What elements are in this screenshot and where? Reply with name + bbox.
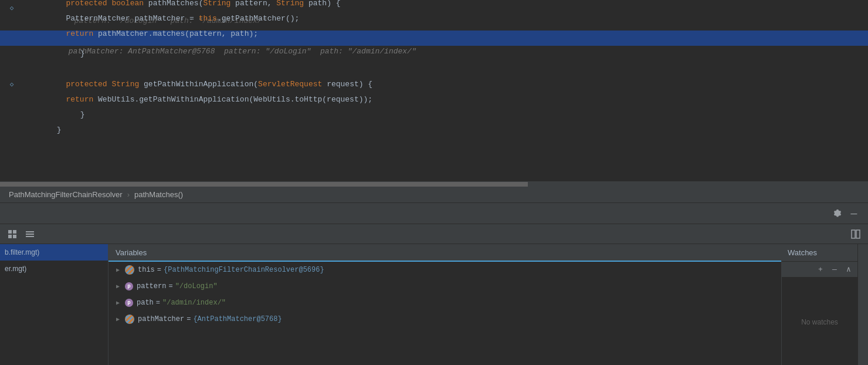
variables-title: Variables bbox=[116, 248, 147, 257]
variable-row-pathmatcher[interactable]: ▶ pathMatcher = {AntPathMatcher@5768} bbox=[108, 311, 781, 327]
grid-debug-icon[interactable] bbox=[5, 227, 20, 242]
var-name-pattern: pattern bbox=[137, 282, 166, 290]
code-content-9: } bbox=[18, 117, 868, 143]
variable-row-path[interactable]: ▶ p path = "/admin/index/" bbox=[108, 295, 781, 311]
svg-rect-8 bbox=[856, 230, 860, 238]
breadcrumb-bar: PathMatchingFilterChainResolver › pathMa… bbox=[0, 187, 868, 203]
svg-rect-4 bbox=[26, 231, 34, 232]
svg-rect-3 bbox=[13, 235, 16, 238]
var-value-pattern: "/doLogin" bbox=[175, 282, 218, 290]
left-sidebar: b.filter.mgt) er.mgt) bbox=[0, 244, 108, 365]
gear-icon[interactable] bbox=[829, 205, 846, 222]
watches-toolbar: + — ∧ bbox=[782, 262, 857, 277]
watches-expand-button[interactable]: ∧ bbox=[842, 263, 855, 276]
svg-point-12 bbox=[126, 266, 134, 274]
variable-row-this[interactable]: ▶ this = {PathMatchingFilterChainResolve… bbox=[108, 262, 781, 278]
var-icon-pathmatcher bbox=[125, 315, 134, 324]
sidebar-item-filter-mgt-active[interactable]: b.filter.mgt) bbox=[0, 244, 108, 261]
variables-panel: Variables ▶ this = {PathMa bbox=[108, 244, 781, 365]
var-icon-pattern: p bbox=[125, 282, 133, 290]
lines-debug-icon[interactable] bbox=[22, 227, 38, 242]
code-line-9: } bbox=[0, 122, 868, 137]
code-line-4: } bbox=[0, 46, 868, 61]
breadcrumb-separator: › bbox=[127, 190, 130, 199]
layout-debug-icon[interactable] bbox=[848, 227, 863, 242]
no-watches-text: No watches bbox=[782, 277, 857, 365]
expand-arrow-this[interactable]: ▶ bbox=[113, 265, 123, 275]
svg-rect-2 bbox=[8, 235, 12, 238]
watches-add-button[interactable]: + bbox=[814, 263, 827, 276]
var-name-path: path bbox=[137, 299, 154, 307]
svg-rect-7 bbox=[852, 230, 855, 238]
gutter-icon-6: ◇ bbox=[6, 80, 18, 88]
watches-header: Watches bbox=[782, 244, 857, 262]
svg-rect-6 bbox=[26, 236, 34, 237]
debug-toolbar bbox=[0, 224, 868, 244]
svg-rect-5 bbox=[26, 234, 34, 235]
minus-icon[interactable]: — bbox=[846, 205, 862, 222]
variables-header: Variables bbox=[108, 244, 781, 262]
svg-rect-0 bbox=[8, 230, 12, 234]
editor-area: ◇ protected boolean pathMatches(String p… bbox=[0, 0, 868, 182]
gutter-icon-1: ◇ bbox=[6, 4, 18, 12]
bottom-panel: b.filter.mgt) er.mgt) Variables ▶ bbox=[0, 244, 868, 365]
variable-row-pattern[interactable]: ▶ p pattern = "/doLogin" bbox=[108, 278, 781, 295]
right-sidebar bbox=[857, 244, 868, 365]
watches-panel: Watches + — ∧ No watches bbox=[781, 244, 857, 365]
breadcrumb-class: PathMatchingFilterChainResolver bbox=[9, 190, 123, 199]
sidebar-item-filter-mgt[interactable]: er.mgt) bbox=[0, 261, 108, 277]
expand-arrow-path[interactable]: ▶ bbox=[113, 298, 123, 307]
expand-arrow-pattern[interactable]: ▶ bbox=[113, 282, 123, 291]
scrollbar-thumb[interactable] bbox=[0, 182, 528, 187]
var-value-this: {PathMatchingFilterChainResolver@5696} bbox=[164, 266, 324, 274]
toolbar-bar: — bbox=[0, 203, 868, 224]
var-icon-this bbox=[125, 265, 134, 275]
var-name-this: this bbox=[138, 266, 155, 274]
svg-point-13 bbox=[126, 315, 134, 323]
watches-minus-button[interactable]: — bbox=[828, 263, 841, 276]
expand-arrow-pathmatcher[interactable]: ▶ bbox=[113, 315, 123, 324]
var-icon-path: p bbox=[125, 299, 133, 307]
var-name-pathmatcher: pathMatcher bbox=[138, 315, 184, 323]
var-value-pathmatcher: {AntPathMatcher@5768} bbox=[193, 315, 282, 323]
editor-scrollbar[interactable] bbox=[0, 182, 868, 187]
var-value-path: "/admin/index/" bbox=[162, 299, 226, 307]
watches-title: Watches bbox=[788, 248, 817, 257]
breadcrumb-method: pathMatches() bbox=[134, 190, 183, 199]
svg-rect-1 bbox=[13, 230, 16, 234]
